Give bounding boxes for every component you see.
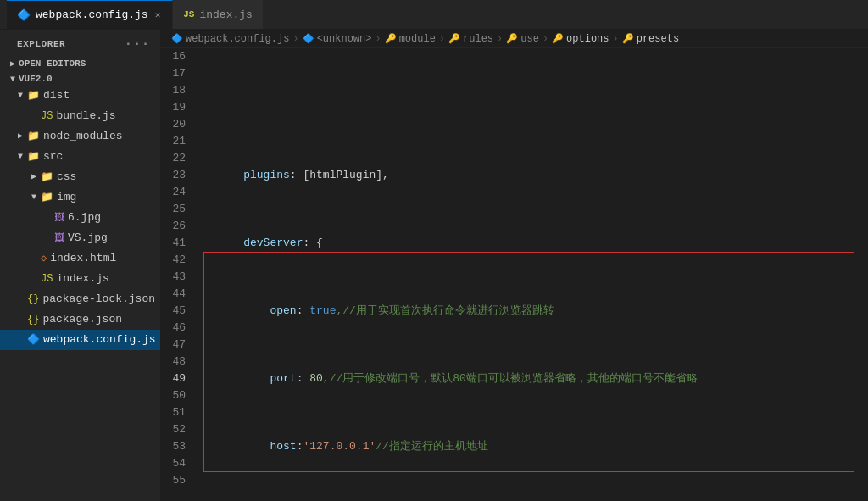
code-line-18: open: true,//用于实现首次执行命令就进行浏览器跳转 xyxy=(217,303,868,320)
breadcrumb-sep2: › xyxy=(375,33,381,45)
bundle-js-icon: JS xyxy=(41,107,53,125)
package-icon: {} xyxy=(27,310,39,329)
sidebar-item-src[interactable]: ▼ 📁 src xyxy=(0,147,160,167)
packagelock-label: package-lock.json xyxy=(42,290,155,309)
sidebar-item-packagelock[interactable]: {} package-lock.json xyxy=(0,289,160,309)
breadcrumb-sep1: › xyxy=(292,33,298,45)
breadcrumb-sep3: › xyxy=(439,33,445,45)
node-modules-label: node_modules xyxy=(43,127,123,146)
dist-label: dist xyxy=(43,86,70,105)
ln-52: 52 xyxy=(161,421,192,438)
breadcrumb-file-icon: 🔷 xyxy=(171,33,183,44)
breadcrumb-rules[interactable]: 🔑 rules xyxy=(448,33,493,45)
sidebar-item-webpackconfig[interactable]: 🔷 webpack.config.js xyxy=(0,330,160,350)
webpackconfig-label: webpack.config.js xyxy=(43,331,156,349)
breadcrumb-unknown-label: <unknown> xyxy=(317,33,372,45)
sidebar-item-bundle[interactable]: JS bundle.js xyxy=(0,106,160,126)
breadcrumb-use[interactable]: 🔑 use xyxy=(506,33,539,45)
vue2-arrow-icon: ▼ xyxy=(10,75,15,84)
breadcrumb-presets[interactable]: 🔑 presets xyxy=(622,33,679,45)
css-arrow-icon: ▶ xyxy=(27,168,41,186)
ln-51: 51 xyxy=(161,404,192,421)
img-folder-icon: 📁 xyxy=(41,188,53,207)
ln-23: 23 xyxy=(161,167,192,184)
indexjs-icon: JS xyxy=(41,270,53,288)
ln-17: 17 xyxy=(161,65,192,82)
ln-26: 26 xyxy=(161,218,192,235)
img-arrow-icon: ▼ xyxy=(27,188,41,207)
code-line-17: devServer: { xyxy=(217,235,868,252)
ln-43: 43 xyxy=(161,269,192,286)
src-folder-icon: 📁 xyxy=(27,148,40,166)
breadcrumb-rules-label: rules xyxy=(463,33,493,45)
sidebar-item-6jpg[interactable]: 🖼 6.jpg xyxy=(0,208,160,228)
package-label: package.json xyxy=(42,310,122,329)
tab-webpack-config[interactable]: 🔷 webpack.config.js ✕ xyxy=(7,0,173,29)
indexhtml-icon: ◇ xyxy=(41,249,47,268)
bundle-label: bundle.js xyxy=(56,107,115,125)
vsjpg-icon: 🖼 xyxy=(54,229,64,248)
ln-25: 25 xyxy=(161,201,192,218)
6jpg-label: 6.jpg xyxy=(68,209,101,227)
section-vue2[interactable]: ▼ VUE2.0 xyxy=(0,70,160,86)
breadcrumb-sep5: › xyxy=(542,33,548,45)
code-lines: plugins: [htmlPlugin], devServer: { open… xyxy=(203,48,868,501)
sidebar-item-dist[interactable]: ▼ 📁 dist xyxy=(0,86,160,106)
tab-index-label: index.js xyxy=(199,8,252,21)
main-layout: EXPLORER ··· ▶ OPEN EDITORS ▼ VUE2.0 ▼ 📁… xyxy=(0,30,868,501)
ln-47: 47 xyxy=(161,337,192,353)
ln-45: 45 xyxy=(161,303,192,320)
6jpg-icon: 🖼 xyxy=(54,209,64,227)
sidebar-item-css[interactable]: ▶ 📁 css xyxy=(0,167,160,187)
sidebar-item-indexhtml[interactable]: ◇ index.html xyxy=(0,248,160,269)
breadcrumb-options-label: options xyxy=(566,33,609,45)
section-open-editors[interactable]: ▶ OPEN EDITORS xyxy=(0,55,160,70)
code-line-16: plugins: [htmlPlugin], xyxy=(217,167,868,184)
code-editor[interactable]: 16 17 18 19 20 21 22 23 24 25 26 41 42 4… xyxy=(161,48,868,501)
js-file-icon: JS xyxy=(183,9,194,19)
breadcrumb-unknown[interactable]: 🔷 <unknown> xyxy=(303,33,372,45)
dist-arrow-icon: ▼ xyxy=(14,86,27,105)
sidebar-item-node-modules[interactable]: ▶ 📁 node_modules xyxy=(0,126,160,147)
breadcrumb-file[interactable]: 🔷 webpack.config.js xyxy=(171,33,289,45)
ln-49: 49 xyxy=(161,370,192,387)
webpack-file-icon: 🔷 xyxy=(17,8,31,22)
editor-area: 🔷 webpack.config.js › 🔷 <unknown> › 🔑 mo… xyxy=(161,30,868,501)
breadcrumb-unknown-icon: 🔷 xyxy=(303,33,314,44)
sidebar-header: EXPLORER ··· xyxy=(0,30,160,55)
sidebar-item-img[interactable]: ▼ 📁 img xyxy=(0,187,160,208)
ln-53: 53 xyxy=(161,438,192,455)
node-modules-arrow-icon: ▶ xyxy=(14,127,27,146)
breadcrumb-presets-icon: 🔑 xyxy=(622,33,634,44)
breadcrumb-module[interactable]: 🔑 module xyxy=(385,33,436,45)
breadcrumb: 🔷 webpack.config.js › 🔷 <unknown> › 🔑 mo… xyxy=(161,30,868,48)
tab-bar: 🔷 webpack.config.js ✕ JS index.js xyxy=(7,0,264,29)
line-numbers: 16 17 18 19 20 21 22 23 24 25 26 41 42 4… xyxy=(161,48,203,501)
ln-41: 41 xyxy=(161,235,192,252)
breadcrumb-file-label: webpack.config.js xyxy=(186,33,289,45)
ln-42: 42 xyxy=(161,252,192,269)
breadcrumb-module-label: module xyxy=(399,33,436,45)
sidebar-item-package[interactable]: {} package.json xyxy=(0,309,160,330)
tab-index-js[interactable]: JS index.js xyxy=(173,0,264,29)
breadcrumb-rules-icon: 🔑 xyxy=(448,33,460,44)
sidebar-title: EXPLORER xyxy=(17,39,65,49)
tab-webpack-close[interactable]: ✕ xyxy=(153,8,163,22)
ln-24: 24 xyxy=(161,184,192,201)
breadcrumb-options[interactable]: 🔑 options xyxy=(552,33,609,45)
code-line-19: port: 80,//用于修改端口号，默认80端口可以被浏览器省略，其他的端口号… xyxy=(217,370,868,387)
packagelock-icon: {} xyxy=(27,290,39,309)
webpackconfig-icon: 🔷 xyxy=(27,331,40,349)
ln-18: 18 xyxy=(161,82,192,99)
ln-21: 21 xyxy=(161,133,192,150)
indexhtml-label: index.html xyxy=(50,249,116,268)
breadcrumb-use-icon: 🔑 xyxy=(506,33,518,44)
vsjpg-label: VS.jpg xyxy=(68,229,108,248)
open-editors-arrow-icon: ▶ xyxy=(10,58,15,69)
ln-20: 20 xyxy=(161,116,192,133)
sidebar-item-indexjs[interactable]: JS index.js xyxy=(0,269,160,289)
ln-54: 54 xyxy=(161,455,192,472)
breadcrumb-use-label: use xyxy=(520,33,539,45)
sidebar-item-vsjpg[interactable]: 🖼 VS.jpg xyxy=(0,228,160,248)
sidebar-more-icon[interactable]: ··· xyxy=(125,36,150,52)
